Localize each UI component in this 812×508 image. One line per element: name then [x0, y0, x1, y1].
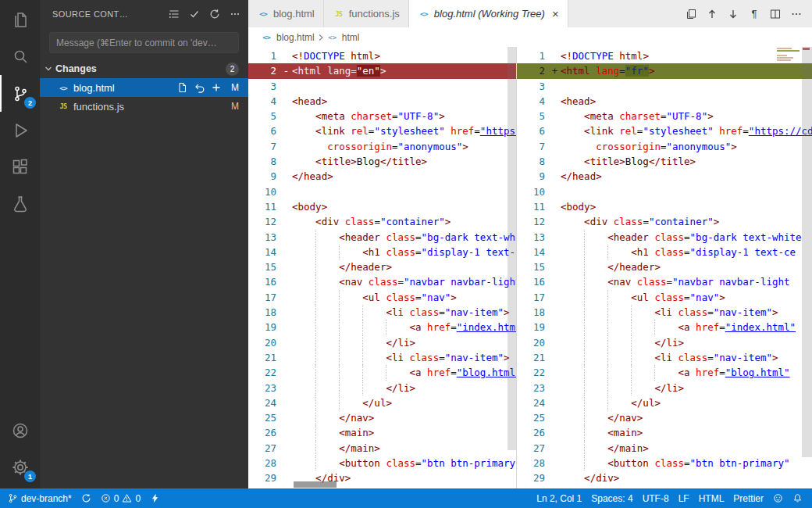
- bolt-icon: [150, 493, 160, 503]
- code-line: 19 <a href="index.html": [248, 320, 516, 334]
- file-name: functions.js: [73, 101, 124, 113]
- code-line: 24 </ul>: [517, 395, 812, 410]
- code-line: 19 <a href="index.html": [517, 320, 812, 334]
- code-line: 11<body>: [517, 199, 812, 214]
- close-icon[interactable]: ×: [552, 8, 559, 20]
- file-row-functions-js[interactable]: JSfunctions.jsM: [40, 97, 248, 116]
- language-item[interactable]: HTML: [694, 488, 729, 508]
- code-line: 14 <h1 class="display-1 text-ce: [248, 245, 516, 259]
- more-actions-icon[interactable]: [787, 5, 806, 23]
- feedback-icon[interactable]: [768, 488, 788, 508]
- whitespace-pilcrow-icon[interactable]: ¶: [745, 5, 764, 23]
- error-icon: [101, 493, 111, 503]
- code-line: 26 <main>: [248, 425, 516, 440]
- eol-item[interactable]: LF: [674, 488, 694, 508]
- code-line: 17 <ul class="nav">: [248, 290, 516, 305]
- tab-blog-html-working-tree-[interactable]: <>blog.html (Working Tree)×: [409, 0, 568, 27]
- code-line: 1<!DOCTYPE html>: [517, 48, 812, 63]
- vscode-window: 2 1 SOURCE: [0, 0, 812, 508]
- code-line: 24 </ul>: [248, 395, 516, 410]
- stage-icon[interactable]: [210, 82, 222, 94]
- notifications-bell-icon[interactable]: [788, 488, 807, 508]
- code-line: 23 </li>: [248, 381, 516, 395]
- power-bolt-item[interactable]: [145, 488, 165, 508]
- breadcrumb-item-symbol[interactable]: <> html: [327, 31, 360, 44]
- source-control-icon[interactable]: 2: [0, 75, 40, 112]
- code-line: 9</head>: [517, 169, 812, 184]
- open-file-icon[interactable]: [176, 82, 187, 94]
- changes-section-header[interactable]: Changes 2: [40, 59, 248, 78]
- tab-label: functions.js: [349, 8, 400, 20]
- code-line: 3: [248, 79, 516, 94]
- sync-changes-button[interactable]: [77, 488, 96, 508]
- run-debug-icon[interactable]: [0, 112, 40, 148]
- discard-icon[interactable]: [193, 82, 205, 94]
- next-change-icon[interactable]: [724, 5, 743, 23]
- vertical-scrollbar[interactable]: [508, 47, 516, 481]
- commit-message-input[interactable]: [49, 32, 239, 53]
- settings-gear-icon[interactable]: 1: [0, 449, 40, 485]
- code-line: 9</head>: [248, 169, 516, 184]
- git-status-badge: M: [230, 101, 240, 112]
- view-as-tree-icon[interactable]: [167, 7, 181, 21]
- code-line: 25 </nav>: [517, 410, 812, 425]
- code-line: 22 <a href="blog.html": [248, 365, 516, 380]
- code-line: 26 <main>: [517, 425, 812, 440]
- code-line: 13 <header class="bg-dark text-white: [248, 230, 516, 245]
- breadcrumb-item-file[interactable]: <> blog.html: [260, 31, 315, 44]
- code-line: 13 <header class="bg-dark text-white: [517, 230, 812, 245]
- code-line: 28 <button class="btn btn-primary": [248, 456, 516, 470]
- vertical-scrollbar[interactable]: [802, 47, 812, 488]
- open-changes-icon[interactable]: [682, 5, 700, 23]
- tab-blog-html[interactable]: <>blog.html: [248, 0, 324, 27]
- cursor-position[interactable]: Ln 2, Col 1: [529, 488, 586, 508]
- html-file-icon: <>: [57, 81, 69, 94]
- code-line: 23 </li>: [517, 381, 812, 395]
- code-line: 1<!DOCTYPE html>: [248, 48, 516, 63]
- html-file-icon: <>: [260, 31, 272, 44]
- indentation-item[interactable]: Spaces: 4: [586, 488, 637, 508]
- diff-original-pane[interactable]: 1<!DOCTYPE html>2-<html lang="en">34<hea…: [248, 47, 516, 488]
- settings-badge: 1: [24, 470, 36, 482]
- code-line: 12 <div class="container">: [517, 214, 812, 229]
- sidebar-title: SOURCE CONT…: [52, 9, 128, 19]
- code-line: 7 crossorigin="anonymous">: [517, 139, 812, 154]
- tabs: <>blog.htmlJSfunctions.js<>blog.html (Wo…: [248, 0, 568, 27]
- html-file-icon: <>: [418, 8, 430, 20]
- encoding-item[interactable]: UTF-8: [638, 488, 674, 508]
- code-line: 8 <title>Blog</title>: [248, 154, 516, 169]
- code-line: 16 <nav class="navbar navbar-light: [517, 274, 812, 289]
- sidebar-source-control: SOURCE CONT…: [40, 0, 248, 488]
- minimap[interactable]: [777, 48, 802, 68]
- tab-functions-js[interactable]: JSfunctions.js: [324, 0, 409, 27]
- problems-item[interactable]: 0 0: [96, 488, 145, 508]
- code-line: 6 <link rel="stylesheet" href="https://c…: [248, 123, 516, 138]
- git-branch-icon: [8, 493, 18, 503]
- file-name: blog.html: [73, 82, 115, 94]
- diff-editor: 1<!DOCTYPE html>2-<html lang="en">34<hea…: [248, 47, 812, 488]
- formatter-item[interactable]: Prettier: [728, 488, 768, 508]
- editor-toolbar: ¶: [682, 0, 812, 27]
- search-icon[interactable]: [0, 38, 40, 75]
- testing-icon[interactable]: [0, 185, 40, 222]
- previous-change-icon[interactable]: [703, 5, 721, 23]
- git-branch-item[interactable]: dev-branch*: [0, 488, 77, 508]
- refresh-icon[interactable]: [208, 7, 222, 21]
- warning-count: 0: [135, 493, 141, 504]
- diff-modified-pane[interactable]: 1<!DOCTYPE html>2+<html lang="fr">34<hea…: [516, 47, 812, 488]
- split-editor-icon[interactable]: [766, 5, 785, 23]
- commit-check-icon[interactable]: [187, 7, 201, 21]
- code-line: 15 </header>: [517, 259, 812, 274]
- tab-label: blog.html (Working Tree): [434, 8, 545, 20]
- code-line: 17 <ul class="nav">: [517, 290, 812, 305]
- more-actions-icon[interactable]: [228, 7, 242, 21]
- code-line: 10: [248, 184, 516, 199]
- breadcrumb-file-label: blog.html: [276, 32, 315, 43]
- code-line: 28 <button class="btn btn-primary": [517, 456, 812, 470]
- changes-label: Changes: [55, 63, 97, 74]
- account-icon[interactable]: [0, 412, 40, 449]
- horizontal-scrollbar[interactable]: [294, 481, 337, 488]
- explorer-icon[interactable]: [0, 2, 40, 38]
- extensions-icon[interactable]: [0, 148, 40, 185]
- file-row-blog-html[interactable]: <>blog.htmlM: [40, 78, 248, 97]
